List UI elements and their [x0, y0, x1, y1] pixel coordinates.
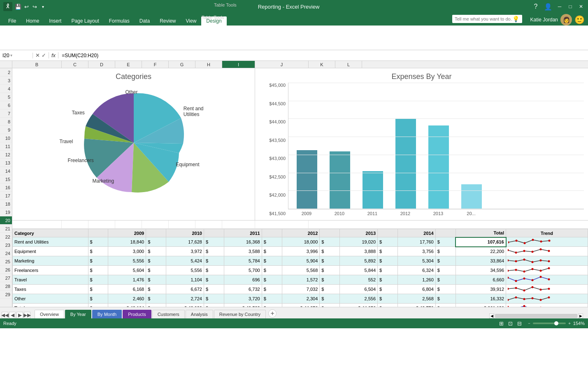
- row-num-3[interactable]: 3: [0, 77, 12, 85]
- table-row[interactable]: Freelancers $ 5,604 $ 5,556 $ 5,700 $ 5,…: [13, 266, 588, 275]
- undo-icon[interactable]: ↩: [23, 3, 30, 10]
- row-num-23[interactable]: 23: [0, 241, 12, 249]
- cell-2014-20[interactable]: 17,760: [397, 237, 435, 247]
- row-num-16[interactable]: 16: [0, 183, 12, 192]
- table-row[interactable]: Travel $ 1,476 $ 1,104 $ 696 $ 1,572 $ 5…: [13, 275, 588, 285]
- row-num-2[interactable]: 2: [0, 68, 12, 77]
- zoom-slider[interactable]: [533, 323, 566, 324]
- close-button[interactable]: ✕: [577, 3, 585, 10]
- tab-insert[interactable]: Insert: [44, 16, 66, 26]
- cell-2012-20[interactable]: 18,000: [282, 237, 320, 247]
- col-header-b[interactable]: B: [12, 61, 62, 68]
- sheet-nav-first[interactable]: ◀◀: [2, 312, 8, 318]
- restore-button[interactable]: □: [567, 3, 574, 10]
- table-row[interactable]: Equipment $ 3,000 $ 3,972 $ 3,588 $ 3,99…: [13, 247, 588, 256]
- cell-2013-20[interactable]: 19,020: [340, 237, 378, 247]
- tab-formulas[interactable]: Formulas: [104, 16, 135, 26]
- row-num-29[interactable]: 29: [0, 290, 12, 299]
- col-header-k[interactable]: K: [309, 61, 335, 68]
- table-row[interactable]: Rent and Utilities $ 18,840 $ 17,628 $ 1…: [13, 237, 588, 247]
- col-header-c[interactable]: C: [62, 61, 88, 68]
- cell-category-21[interactable]: Equipment: [13, 247, 88, 256]
- row-num-9[interactable]: 9: [0, 126, 12, 134]
- sheet-tab-customers[interactable]: Customers: [152, 310, 185, 318]
- row-num-4[interactable]: 4: [0, 85, 12, 93]
- scroll-left-btn[interactable]: ◀: [489, 313, 494, 318]
- save-icon[interactable]: 💾: [15, 3, 21, 10]
- row-num-11[interactable]: 11: [0, 142, 12, 151]
- redo-icon[interactable]: ↪: [31, 3, 38, 10]
- col-header-i[interactable]: I: [222, 61, 255, 68]
- col-header-h[interactable]: H: [195, 61, 222, 68]
- row-num-10[interactable]: 10: [0, 134, 12, 142]
- sheet-tab-analysis[interactable]: Analysis: [186, 310, 213, 318]
- row-num-24[interactable]: 24: [0, 249, 12, 258]
- cell-2009-20[interactable]: 18,840: [108, 237, 146, 247]
- cell-2010-20[interactable]: 17,628: [166, 237, 204, 247]
- sheet-tab-byyear[interactable]: By Year: [65, 310, 91, 318]
- customize-icon[interactable]: ▾: [40, 3, 46, 10]
- table-row[interactable]: Marketing $ 5,556 $ 5,424 $ 5,784 $ 5,90…: [13, 256, 588, 266]
- sheet-nav-next[interactable]: ▶: [16, 312, 23, 318]
- tab-page-layout[interactable]: Page Layout: [66, 16, 104, 26]
- row-num-20[interactable]: 20: [0, 216, 12, 225]
- normal-view-btn[interactable]: ⊞: [497, 320, 506, 327]
- row-num-12[interactable]: 12: [0, 151, 12, 159]
- zoom-in-btn[interactable]: ＋: [567, 320, 572, 326]
- table-row[interactable]: Taxes $ 6,168 $ 6,672 $ 6,732 $ 7,032 $ …: [13, 285, 588, 294]
- cell-ref-dropdown[interactable]: ▾: [10, 53, 12, 58]
- sheet-nav-prev[interactable]: ◀: [9, 312, 16, 318]
- sheet-nav-last[interactable]: ▶▶: [24, 312, 30, 318]
- col-header-l[interactable]: L: [335, 61, 362, 68]
- tab-home[interactable]: Home: [21, 16, 44, 26]
- minimize-button[interactable]: ─: [556, 3, 563, 10]
- sheet-tab-revenue[interactable]: Revenue by Country: [214, 310, 266, 318]
- cell-reference[interactable]: I20 ▾: [0, 53, 33, 58]
- tab-review[interactable]: Review: [155, 16, 181, 26]
- row-num-6[interactable]: 6: [0, 101, 12, 109]
- cell-category-22[interactable]: Marketing: [13, 256, 88, 266]
- horizontal-scrollbar[interactable]: [495, 314, 577, 318]
- tab-file[interactable]: File: [3, 16, 21, 26]
- cell-category-24[interactable]: Travel: [13, 275, 88, 285]
- page-break-view-btn[interactable]: ⊟: [516, 320, 524, 327]
- help-button[interactable]: ?: [531, 2, 540, 11]
- avatar[interactable]: 👩: [560, 14, 572, 26]
- cell-category-20[interactable]: Rent and Utilities: [13, 237, 88, 247]
- scroll-right-btn[interactable]: ▶: [578, 313, 583, 318]
- row-num-7[interactable]: 7: [0, 109, 12, 118]
- col-header-j[interactable]: J: [255, 61, 309, 68]
- tab-data[interactable]: Data: [135, 16, 155, 26]
- col-header-e[interactable]: E: [115, 61, 142, 68]
- formula-confirm-icon[interactable]: ✓: [42, 52, 46, 58]
- row-num-15[interactable]: 15: [0, 175, 12, 183]
- zoom-out-btn[interactable]: －: [527, 320, 531, 326]
- col-header-d[interactable]: D: [88, 61, 115, 68]
- row-num-28[interactable]: 28: [0, 282, 12, 290]
- row-num-26[interactable]: 26: [0, 266, 12, 274]
- row-num-22[interactable]: 22: [0, 233, 12, 241]
- add-sheet-button[interactable]: +: [268, 309, 277, 318]
- row-num-27[interactable]: 27: [0, 274, 12, 282]
- cell-category-25[interactable]: Taxes: [13, 285, 88, 294]
- account-button[interactable]: 👤: [544, 2, 553, 11]
- row-num-8[interactable]: 8: [0, 118, 12, 126]
- ribbon-search-input[interactable]: [455, 16, 512, 21]
- row-num-5[interactable]: 5: [0, 93, 12, 101]
- row-num-25[interactable]: 25: [0, 258, 12, 266]
- col-header-g[interactable]: G: [169, 61, 195, 68]
- page-layout-view-btn[interactable]: ⊡: [507, 320, 515, 327]
- row-num-18[interactable]: 18: [0, 200, 12, 208]
- cell-total-20[interactable]: 107,616: [456, 237, 506, 247]
- cell-2011-20[interactable]: 16,368: [224, 237, 262, 247]
- cell-category-23[interactable]: Freelancers: [13, 266, 88, 275]
- table-row[interactable]: Other $ 2,460 $ 2,724 $ 3,720 $ 2,304 $ …: [13, 294, 588, 304]
- sheet-tab-products[interactable]: Products: [123, 310, 151, 318]
- sheet-tab-overview[interactable]: Overview: [35, 310, 64, 318]
- row-num-17[interactable]: 17: [0, 192, 12, 200]
- tab-view[interactable]: View: [181, 16, 202, 26]
- row-num-13[interactable]: 13: [0, 159, 12, 167]
- ribbon-search-container[interactable]: 💡: [452, 15, 522, 23]
- row-num-19[interactable]: 19: [0, 208, 12, 216]
- col-header-f[interactable]: F: [142, 61, 169, 68]
